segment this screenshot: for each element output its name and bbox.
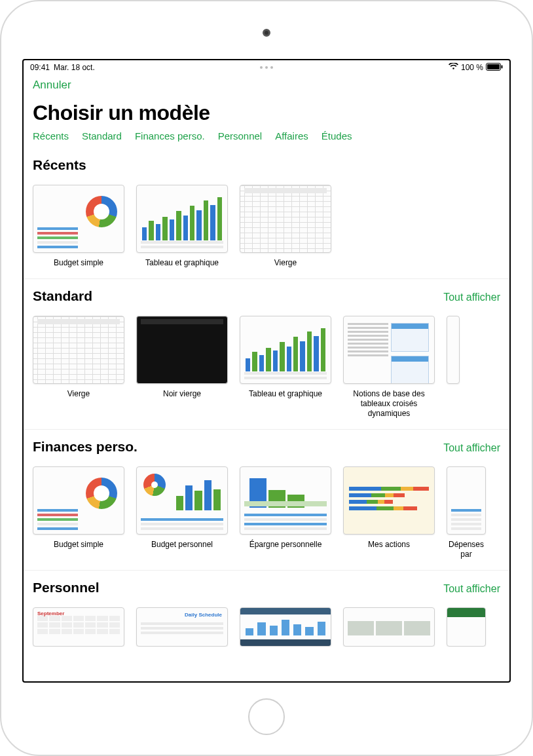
- see-all-button[interactable]: Tout afficher: [443, 442, 500, 454]
- template-thumbnail: [136, 185, 228, 253]
- template-label: Mes actions: [368, 540, 410, 550]
- template-blank[interactable]: Vierge: [240, 185, 331, 268]
- template-row: Vierge Noir vierge Tableau et graphique: [24, 307, 509, 423]
- template-calendar[interactable]: September: [33, 607, 124, 647]
- cancel-button[interactable]: Annuler: [33, 79, 71, 91]
- tab-affaires[interactable]: Affaires: [275, 130, 308, 142]
- template-thumbnail: [240, 607, 331, 647]
- template-thumbnail: [447, 466, 486, 535]
- template-thumbnail: [136, 466, 228, 535]
- template-soccer-partial[interactable]: [447, 607, 486, 647]
- battery-icon: [486, 63, 503, 73]
- template-thumbnail: [240, 185, 331, 253]
- template-chart-table[interactable]: Tableau et graphique: [136, 185, 228, 268]
- svg-rect-1: [487, 64, 500, 69]
- template-chart-table[interactable]: Tableau et graphique: [240, 316, 331, 419]
- template-thumbnail: [33, 466, 124, 535]
- template-thumbnail: [343, 316, 435, 384]
- template-row: September Daily Schedule: [24, 598, 509, 647]
- template-expenses-partial[interactable]: Dépenses par: [447, 466, 486, 559]
- template-label: Tableau et graphique: [145, 258, 219, 268]
- tab-standard[interactable]: Standard: [82, 130, 122, 142]
- template-thumbnail: [136, 316, 228, 384]
- section-standard: Standard Tout afficher Vierge Noir vierg…: [24, 278, 509, 429]
- section-title: Finances perso.: [33, 439, 138, 455]
- template-label: Vierge: [274, 258, 297, 268]
- template-thumbnail: [447, 316, 460, 384]
- template-label: Épargne personnelle: [249, 540, 322, 550]
- ipad-device-frame: 09:41 Mar. 18 oct. 100 % Annuler Choisir…: [0, 0, 533, 756]
- template-stocks[interactable]: Mes actions: [343, 466, 435, 559]
- home-button[interactable]: [248, 698, 285, 735]
- section-title: Standard: [33, 288, 92, 304]
- camera-dot: [263, 29, 270, 37]
- template-thumbnail: September: [33, 607, 124, 647]
- template-blank[interactable]: Vierge: [33, 316, 124, 419]
- template-pivot-basics[interactable]: Notions de base des tableaux croisés dyn…: [343, 316, 435, 419]
- template-label: Budget simple: [54, 258, 103, 268]
- section-personnel: Personnel Tout afficher September Daily …: [24, 570, 509, 653]
- template-thumbnail: [447, 607, 486, 647]
- screen: 09:41 Mar. 18 oct. 100 % Annuler Choisir…: [22, 59, 511, 683]
- content-scroll[interactable]: Récents Budget simple: [24, 148, 509, 653]
- template-thumbnail: [343, 607, 435, 647]
- category-tabs: Récents Standard Finances perso. Personn…: [24, 130, 509, 148]
- template-label: Budget personnel: [151, 540, 213, 550]
- section-finances: Finances perso. Tout afficher Budget sim…: [24, 429, 509, 570]
- tab-finances[interactable]: Finances perso.: [135, 130, 205, 142]
- template-label: Vierge: [67, 389, 90, 399]
- status-battery-pct: 100 %: [461, 63, 483, 72]
- see-all-button[interactable]: Tout afficher: [443, 583, 500, 595]
- status-bar: 09:41 Mar. 18 oct. 100 %: [24, 60, 509, 75]
- section-title: Récents: [33, 157, 86, 173]
- template-budget-simple[interactable]: Budget simple: [33, 466, 124, 559]
- section-title: Personnel: [33, 580, 100, 595]
- svg-rect-2: [502, 65, 503, 68]
- template-row: Budget simple Budget personnel: [24, 457, 509, 563]
- template-label: Tableau et graphique: [249, 389, 322, 399]
- template-row: Budget simple Tableau et graphique: [24, 176, 509, 272]
- template-daily-schedule[interactable]: Daily Schedule: [136, 607, 228, 647]
- template-label: Dépenses par: [447, 540, 486, 559]
- template-thumbnail: [240, 316, 331, 384]
- template-thumbnail: [240, 466, 331, 535]
- page-title: Choisir un modèle: [24, 92, 509, 130]
- see-all-button[interactable]: Tout afficher: [443, 292, 500, 303]
- tab-etudes[interactable]: Études: [322, 130, 352, 142]
- section-recents: Récents Budget simple: [24, 148, 509, 278]
- template-remodel[interactable]: [343, 607, 435, 647]
- template-budget-simple[interactable]: Budget simple: [33, 185, 124, 268]
- template-thumbnail: Daily Schedule: [136, 607, 228, 647]
- template-partial[interactable]: [447, 316, 460, 419]
- template-thumbnail: [33, 185, 124, 253]
- tab-personnel[interactable]: Personnel: [218, 130, 263, 142]
- template-label: Notions de base des tableaux croisés dyn…: [343, 389, 435, 419]
- template-thumbnail: [343, 466, 435, 535]
- status-time: 09:41: [30, 63, 50, 72]
- multitask-dots-icon[interactable]: [260, 66, 273, 69]
- template-savings[interactable]: Épargne personnelle: [240, 466, 331, 559]
- template-label: Budget simple: [54, 540, 103, 550]
- template-label: Noir vierge: [163, 389, 201, 399]
- tab-recents[interactable]: Récents: [33, 130, 69, 142]
- template-running-log[interactable]: [240, 607, 331, 647]
- template-blank-dark[interactable]: Noir vierge: [136, 316, 228, 419]
- template-thumbnail: [33, 316, 124, 384]
- wifi-icon: [449, 63, 458, 72]
- status-date: Mar. 18 oct.: [54, 63, 95, 72]
- template-budget-personal[interactable]: Budget personnel: [136, 466, 228, 559]
- nav-bar: Annuler: [24, 75, 509, 92]
